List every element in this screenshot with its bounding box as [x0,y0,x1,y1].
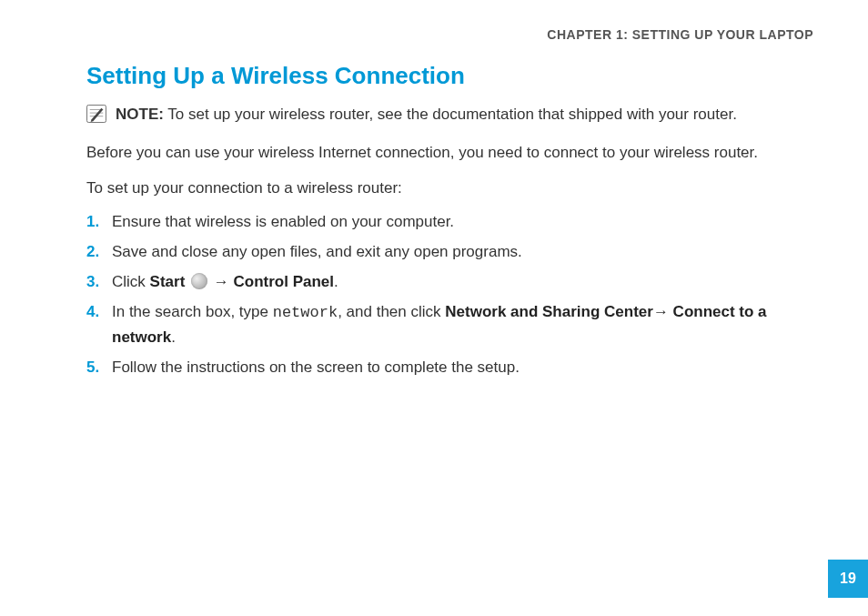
step-3-suffix: . [334,273,338,290]
start-label: Start [150,273,189,290]
step-4: In the search box, type network, and the… [86,299,813,349]
note-body: To set up your wireless router, see the … [164,106,737,123]
step-3: Click Start → Control Panel. [86,269,813,294]
page-number: 19 [828,560,868,598]
section-title: Setting Up a Wireless Connection [86,62,813,90]
document-page: CHAPTER 1: SETTING UP YOUR LAPTOP Settin… [0,0,868,616]
code-network: network [273,304,338,321]
intro-paragraph: Before you can use your wireless Interne… [86,141,813,165]
step-1: Ensure that wireless is enabled on your … [86,209,813,234]
step-4-prefix: In the search box, type [112,303,273,320]
step-4-suffix: . [171,328,176,346]
intro-paragraph-2: To set up your connection to a wireless … [86,177,813,200]
note-text: NOTE: To set up your wireless router, se… [116,103,737,126]
chapter-header: CHAPTER 1: SETTING UP YOUR LAPTOP [86,27,813,42]
windows-start-orb-icon [191,273,207,289]
pencil-note-icon [86,105,106,123]
step-4-mid: , and then click [338,303,445,320]
steps-list: Ensure that wireless is enabled on your … [86,209,813,380]
note-block: NOTE: To set up your wireless router, se… [86,103,813,126]
step-3-prefix: Click [112,273,150,290]
arrow-2: → [653,303,673,320]
step-2: Save and close any open files, and exit … [86,239,813,264]
note-label: NOTE: [116,106,164,123]
control-panel-label: Control Panel [234,273,335,290]
step-5: Follow the instructions on the screen to… [86,355,813,379]
nsc-label: Network and Sharing Center [445,303,653,320]
arrow-1: → [214,273,234,290]
